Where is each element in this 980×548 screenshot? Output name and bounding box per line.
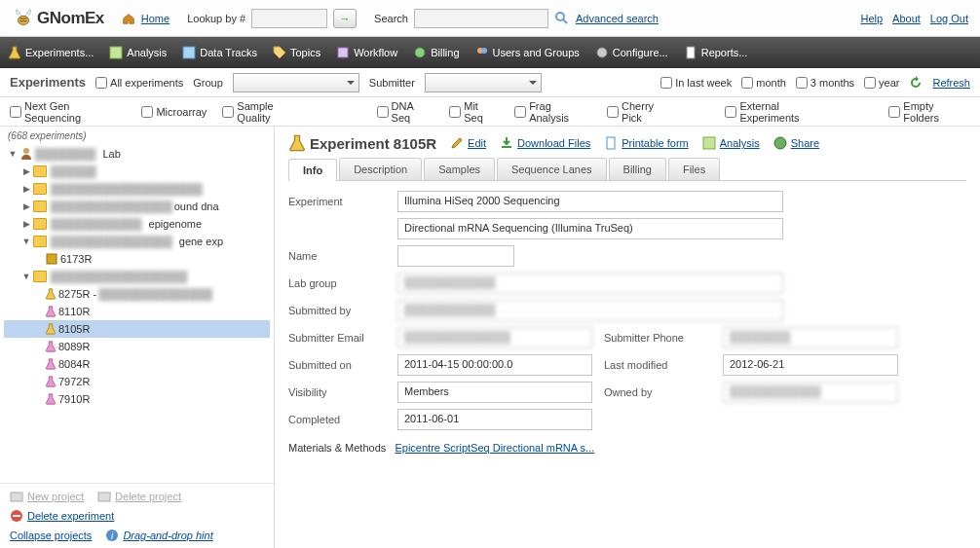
3months-checkbox[interactable]: 3 months — [796, 77, 854, 89]
experiment-value: Illumina HiSeq 2000 Sequencing — [397, 191, 783, 212]
download-button[interactable]: Download Files — [500, 136, 590, 150]
ngs-checkbox[interactable]: Next Gen Sequencing — [10, 100, 126, 124]
tree-item-8110[interactable]: 8110R — [4, 303, 270, 320]
svg-rect-4 — [338, 48, 348, 57]
email-value: ██████████████ — [397, 327, 592, 348]
tree-item-8089[interactable]: 8089R — [4, 338, 270, 355]
edit-button[interactable]: Edit — [450, 136, 486, 150]
tree-item-8275[interactable]: 8275R - ███████████████ — [4, 285, 270, 303]
svg-point-8 — [597, 48, 607, 57]
cherry-checkbox[interactable]: Cherry Pick — [607, 100, 675, 124]
tab-files[interactable]: Files — [668, 158, 720, 180]
search-label: Search — [374, 13, 408, 24]
experiment-title: Experiment 8105R — [288, 134, 436, 152]
tree-folder[interactable]: ▶████████████████ound dna — [4, 198, 270, 215]
search-input[interactable] — [414, 9, 548, 28]
new-project-button[interactable]: New project — [10, 490, 84, 503]
search-icon[interactable] — [554, 11, 570, 26]
tree-item-8105[interactable]: 8105R — [4, 320, 270, 338]
tab-seqlanes[interactable]: Sequence Lanes — [497, 158, 607, 180]
submittedby-label: Submitted by — [288, 305, 386, 316]
experiment-label: Experiment — [288, 196, 386, 207]
lookup-go-button[interactable]: → — [333, 9, 357, 28]
tree-folder[interactable]: ▶████████████████████ — [4, 180, 270, 198]
ownedby-value: ████████████ — [723, 382, 898, 403]
lookup-input[interactable] — [251, 9, 327, 28]
tree-item-6173[interactable]: 6173R — [4, 250, 270, 268]
menu-datatracks[interactable]: Data Tracks — [182, 46, 257, 59]
workflow-icon — [336, 46, 350, 59]
folder-plus-icon — [10, 490, 23, 503]
frag-checkbox[interactable]: Frag Analysis — [514, 100, 591, 124]
sample-quality-checkbox[interactable]: Sample Quality — [222, 100, 307, 124]
menu-billing[interactable]: Billing — [413, 46, 459, 59]
svg-rect-3 — [183, 47, 195, 58]
folder-icon — [33, 183, 47, 195]
about-link[interactable]: About — [892, 13, 921, 24]
menu-experiments[interactable]: Experiments... — [8, 46, 94, 59]
drag-drop-hint[interactable]: iDrag-and-drop hint — [105, 529, 212, 542]
modified-label: Last modified — [604, 359, 711, 371]
share-button[interactable]: Share — [773, 136, 819, 150]
home-link[interactable]: Home — [141, 13, 170, 24]
menu-users[interactable]: Users and Groups — [475, 46, 580, 59]
delete-experiment-button[interactable]: Delete experiment — [10, 509, 114, 523]
tree-lab-node[interactable]: ▼████████ Lab — [4, 145, 270, 163]
submitter-combo[interactable] — [425, 73, 542, 92]
menu-analysis[interactable]: Analysis — [109, 46, 167, 59]
microarray-checkbox[interactable]: Microarray — [141, 106, 207, 118]
refresh-link[interactable]: Refresh — [932, 77, 970, 89]
menu-configure[interactable]: Configure... — [595, 46, 668, 59]
materials-link[interactable]: Epicentre ScriptSeq Directional mRNA s..… — [395, 442, 594, 454]
modified-value: 2012-06-21 — [723, 354, 898, 376]
printable-button[interactable]: Printable form — [604, 136, 688, 150]
group-combo[interactable] — [233, 73, 359, 92]
lastweek-checkbox[interactable]: In last week — [660, 77, 732, 89]
svg-point-7 — [481, 48, 487, 54]
tree-item-8084[interactable]: 8084R — [4, 355, 270, 373]
tree-item-7910[interactable]: 7910R — [4, 390, 270, 408]
submittedon-label: Submitted on — [288, 359, 386, 371]
svg-rect-11 — [47, 254, 57, 264]
tree-folder[interactable]: ▼████████████████ gene exp — [4, 233, 270, 250]
flask-icon — [45, 376, 57, 387]
analysis-button[interactable]: Analysis — [702, 136, 760, 150]
detail-tabs: Info Description Samples Sequence Lanes … — [288, 158, 966, 181]
collapse-projects-link[interactable]: Collapse projects — [10, 530, 92, 541]
all-experiments-checkbox[interactable]: All experiments — [95, 77, 183, 89]
tree-folder[interactable]: ▼██████████████████ — [4, 268, 270, 285]
tab-samples[interactable]: Samples — [424, 158, 495, 180]
tree-item-7972[interactable]: 7972R — [4, 373, 270, 390]
advanced-search-link[interactable]: Advanced search — [576, 13, 659, 24]
folder-icon — [33, 236, 47, 247]
document-icon — [604, 136, 618, 150]
tree-folder[interactable]: ▶██████ — [4, 163, 270, 180]
tab-billing[interactable]: Billing — [609, 158, 666, 180]
menu-workflow[interactable]: Workflow — [336, 46, 397, 59]
menu-reports[interactable]: Reports... — [684, 46, 748, 59]
empty-checkbox[interactable]: Empty Folders — [888, 100, 970, 124]
ownedby-label: Owned by — [604, 386, 711, 398]
year-checkbox[interactable]: year — [864, 77, 899, 89]
dnaseq-checkbox[interactable]: DNA Seq — [377, 100, 434, 124]
tab-description[interactable]: Description — [339, 158, 422, 180]
menu-topics[interactable]: Topics — [273, 46, 320, 59]
logout-link[interactable]: Log Out — [930, 13, 968, 24]
folder-icon — [33, 218, 47, 230]
pencil-icon — [450, 136, 464, 150]
external-checkbox[interactable]: External Experiments — [725, 100, 838, 124]
flask-icon — [45, 323, 57, 335]
svg-rect-2 — [110, 47, 122, 58]
mitseq-checkbox[interactable]: Mit Seq — [449, 100, 499, 124]
help-link[interactable]: Help — [860, 13, 883, 24]
tab-info[interactable]: Info — [288, 159, 337, 181]
month-checkbox[interactable]: month — [741, 77, 786, 89]
home-icon — [122, 12, 135, 25]
person-icon — [19, 147, 33, 161]
visibility-label: Visibility — [288, 386, 386, 398]
experiment-value2: Directional mRNA Sequencing (Illumina Tr… — [397, 218, 783, 239]
tree-folder[interactable]: ▶████████████ epigenome — [4, 215, 270, 233]
delete-project-button[interactable]: Delete project — [97, 490, 181, 503]
flask-icon — [45, 393, 57, 405]
project-tree[interactable]: ▼████████ Lab ▶██████ ▶█████████████████… — [0, 143, 274, 483]
